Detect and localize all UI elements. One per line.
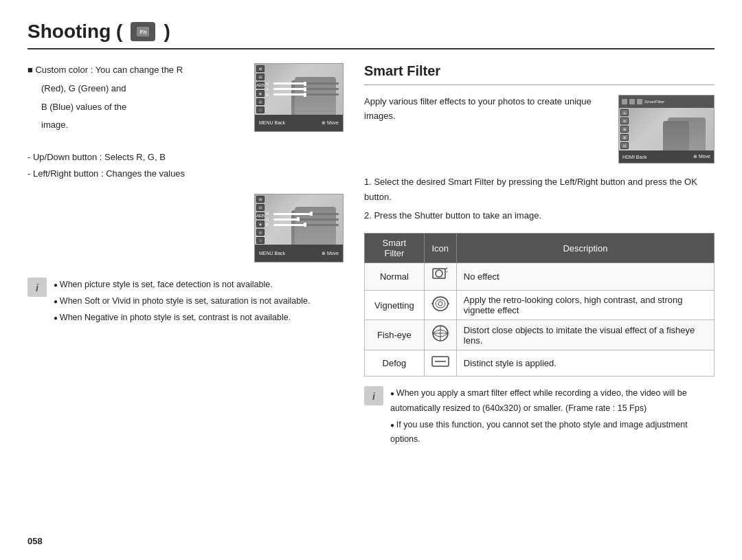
bottom-bar-2: MENU Back ⊕ Move (255, 245, 343, 262)
table-row: Vignetting (365, 291, 715, 320)
sf-icon4: ⊠ (620, 134, 629, 141)
right-note-bullet-1: When you apply a smart filter effect whi… (390, 386, 715, 416)
smart-filter-screenshot: SmartFilter ◎ ⊛ ⊕ ⊠ ⊟ (618, 95, 715, 164)
icon-box: ⊞ (256, 65, 265, 72)
icon-box: AEB (256, 212, 265, 219)
right-column: Smart Filter Apply various filter effect… (364, 63, 715, 522)
right-note-bullet-2: If you use this function, you cannot set… (390, 418, 715, 447)
left-note-text: When picture style is set, face detectio… (54, 278, 310, 328)
page: Shooting ( ) ■ Custom color : You can ch… (0, 0, 742, 560)
photo-area-1: ⊞ ⊟ AEB ◈ ◎ ☆ R (255, 64, 343, 115)
icon-box: ☆ (256, 107, 265, 113)
note-bullet-1: When picture style is set, face detectio… (54, 278, 310, 292)
svg-text:+: + (446, 269, 449, 273)
filter-desc-fisheye: Distort close objects to imitate the vis… (456, 320, 714, 350)
icon-box: AEB (256, 82, 265, 89)
second-screenshot-row: ⊞ ⊟ AEB ◈ ◎ ☆ R (27, 194, 344, 262)
title-suffix: ) (164, 21, 170, 43)
slider-area-2: R G B (266, 212, 339, 227)
filter-name-fisheye: Fish-eye (365, 320, 425, 350)
tb-icon2 (629, 99, 635, 104)
tb-icon1 (622, 99, 627, 104)
filter-desc-vignetting: Apply the retro-looking colors, high con… (456, 291, 714, 320)
svg-point-3 (436, 270, 442, 277)
smart-filter-intro: Apply various filter effects to your pho… (364, 95, 715, 164)
smart-filter-table: Smart Filter Icon Description Normal (364, 233, 715, 377)
page-title: Shooting ( ) (27, 21, 170, 43)
sf-icon5: ⊟ (620, 142, 629, 149)
slider-row-g: G (266, 87, 339, 91)
sf-sidebar: ◎ ⊛ ⊕ ⊠ ⊟ (620, 109, 629, 149)
note-bullet-3: When Negative in photo style is set, con… (54, 311, 310, 325)
main-content: ■ Custom color : You can change the R (R… (27, 63, 715, 522)
icon-box: ⊟ (256, 204, 265, 211)
icon-box: ◎ (256, 229, 265, 236)
table-row: Defog Distinct style is applied. (365, 350, 715, 377)
col-header-desc: Description (456, 234, 714, 263)
sf-photo: ◎ ⊛ ⊕ ⊠ ⊟ (619, 108, 714, 150)
updown-line2: - Left/Right button : Changes the values (27, 166, 344, 181)
sf-top-bar: SmartFilter (619, 96, 714, 108)
note-bullet-2: When Soft or Vivid in photo style is set… (54, 294, 310, 309)
svg-point-8 (438, 302, 442, 306)
sf-icon3: ⊕ (620, 126, 629, 133)
filter-desc-normal: No effect (456, 263, 714, 291)
note-icon-left: i (27, 278, 47, 297)
tb-icon3 (637, 99, 642, 104)
sf-bottom: HDMI Back ⊕ Move (619, 150, 714, 164)
custom-color-section: ■ Custom color : You can change the R (R… (27, 63, 344, 137)
note-icon-right: i (364, 386, 383, 405)
sf-icon2: ⊛ (620, 117, 629, 124)
sf-icon1: ◎ (620, 109, 629, 116)
col-header-filter: Smart Filter (365, 234, 425, 263)
slider-row-b: B (266, 93, 339, 97)
right-bottom-note: i When you apply a smart filter effect w… (364, 386, 715, 449)
filter-icon-normal: + (424, 263, 456, 291)
sf-move: ⊕ Move (693, 154, 710, 159)
photo-area-2: ⊞ ⊟ AEB ◈ ◎ ☆ R (255, 194, 343, 245)
defog-icon (431, 355, 449, 372)
filter-name-normal: Normal (365, 263, 425, 291)
page-number: 058 (27, 536, 715, 546)
filter-icon-defog (424, 350, 456, 377)
slider-row-r2: R (266, 212, 339, 216)
filter-desc-defog: Distinct style is applied. (456, 350, 714, 377)
left-column: ■ Custom color : You can change the R (R… (27, 63, 344, 522)
icon-box: ◎ (256, 98, 265, 105)
slider-area: R G B (266, 82, 339, 97)
sf-back: HDMI Back (622, 155, 647, 159)
back-label: MENU Back (259, 120, 285, 125)
step-2: 2. Press the Shutter button to take an i… (364, 208, 715, 223)
custom-color-line2: (Red), G (Green) and (27, 82, 243, 96)
slider-row-r: R (266, 82, 339, 86)
back-label2: MENU Back (259, 251, 285, 256)
filter-icon-fisheye (424, 320, 456, 350)
bottom-bar-1: MENU Back ⊕ Move (255, 115, 343, 132)
sidebar-icons-1: ⊞ ⊟ AEB ◈ ◎ ☆ (256, 65, 265, 113)
sf-label: SmartFilter (644, 100, 664, 104)
filter-icon-vignetting (424, 291, 456, 320)
icon-box: ⊟ (256, 74, 265, 80)
camera-screenshot-2: ⊞ ⊟ AEB ◈ ◎ ☆ R (254, 194, 344, 262)
custom-color-line1: ■ Custom color : You can change the R (27, 63, 243, 78)
title-text: Shooting ( (27, 21, 122, 43)
right-note-text: When you apply a smart filter effect whi… (390, 386, 715, 449)
svg-point-6 (433, 297, 448, 311)
table-header-row: Smart Filter Icon Description (365, 234, 715, 263)
icon-box: ◈ (256, 221, 265, 227)
table-row: Fish-eye (365, 320, 715, 350)
left-note-box: i When picture style is set, face detect… (27, 278, 344, 328)
filter-name-defog: Defog (365, 350, 425, 377)
camera-screenshot-1: ⊞ ⊟ AEB ◈ ◎ ☆ R (254, 63, 344, 132)
intro-text: Apply various filter effects to your pho… (364, 95, 607, 164)
sidebar-icons-2: ⊞ ⊟ AEB ◈ ◎ ☆ (256, 196, 265, 244)
smart-filter-title: Smart Filter (364, 63, 715, 85)
icon-box: ☆ (256, 237, 265, 244)
move-label: ⊕ Move (322, 120, 339, 126)
move-label2: ⊕ Move (322, 251, 339, 256)
icon-box: ◈ (256, 90, 265, 97)
filter-name-vignetting: Vignetting (365, 291, 425, 320)
updown-line1: - Up/Down button : Selects R, G, B (27, 149, 344, 165)
sf-figure2 (663, 121, 689, 150)
col-header-icon: Icon (424, 234, 456, 263)
